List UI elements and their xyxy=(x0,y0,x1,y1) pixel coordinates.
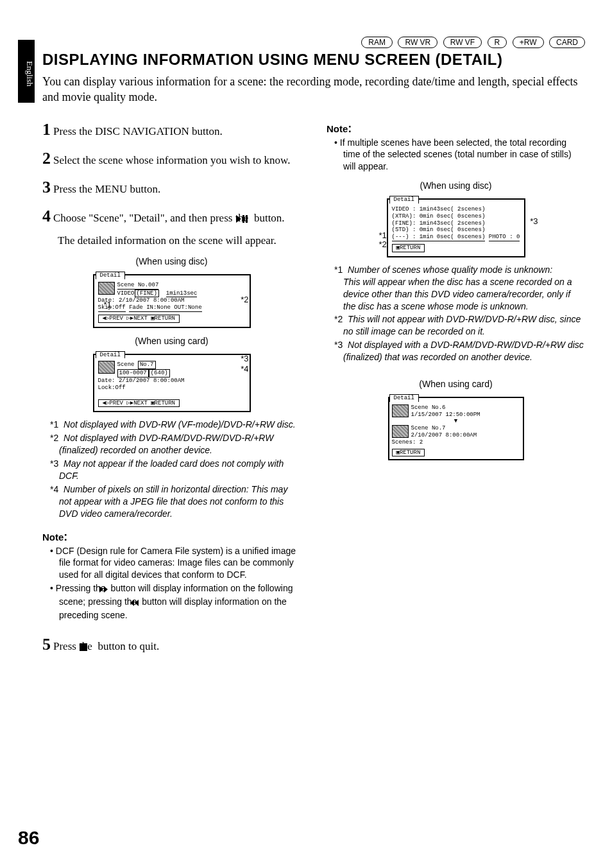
cm-r3: Scene No.7 xyxy=(411,425,446,431)
step-4-after: The detailed information on the scene wi… xyxy=(58,234,301,248)
step-5: 5Press the button to quit. xyxy=(42,633,301,655)
sd-l2a: VIDEO xyxy=(117,290,135,297)
badge-card: CARD xyxy=(549,37,585,48)
badge-rwvf: RW VF xyxy=(443,37,482,48)
intro-text: You can display various information for … xyxy=(42,74,585,105)
screen-card-detail-wrap: *3 *4 Detail Scene No.7 100-0007(640) Da… xyxy=(76,349,268,413)
note-left-b2: Pressing the button will display informa… xyxy=(42,582,301,621)
media-badges: RAM RW VR RW VF R +RW CARD xyxy=(42,36,585,48)
step-4-text-a: Choose "Scene", "Detail", and then press… xyxy=(53,212,248,224)
sc-l2a: 100-0007 xyxy=(117,369,149,378)
badge-ram: RAM xyxy=(361,37,393,48)
right-foot-2: *2 This will not appear with DVD-RW/DVD-… xyxy=(327,313,585,338)
thumb-icon xyxy=(98,282,115,295)
callout-star2-r: *2 xyxy=(379,239,387,249)
cm-footer: ▣RETURN xyxy=(392,449,425,457)
screen-card-multi-wrap: Detail Scene No.6 1/15/2007 12:50:00PM ▼… xyxy=(360,392,552,460)
caption-card-2: (When using card) xyxy=(327,379,585,389)
svg-marker-0 xyxy=(236,215,241,223)
sc-footer: ◀▷PREV ▷▶NEXT ▣RETURN xyxy=(98,399,180,408)
dm-r6: PHOTO : 0 xyxy=(489,234,520,241)
screen-disc-multi: Detail VIDEO : 1min43sec( 2scenes) (XTRA… xyxy=(387,198,525,257)
left-foot-2: *2 Not displayed with DVD-RAM/DVD-RW/DVD… xyxy=(42,432,301,456)
sd-l2b: (FINE) xyxy=(135,290,159,298)
page-title: DISPLAYING INFORMATION USING MENU SCREEN… xyxy=(42,51,585,69)
right-foot-3: *3 Not displayed with a DVD-RAM/DVD-RW/D… xyxy=(327,339,585,363)
svg-rect-7 xyxy=(80,643,87,651)
left-foot-1: *1 Not displayed with DVD-RW (VF-mode)/D… xyxy=(42,419,301,431)
screen-tab-dm: Detail xyxy=(389,196,419,204)
language-tab: English xyxy=(18,40,35,103)
svg-rect-1 xyxy=(242,215,244,223)
cm-r2: 1/15/2007 12:50:00PM xyxy=(411,412,480,418)
screen-tab-cm: Detail xyxy=(389,394,419,402)
sd-line4: Skip:Off xyxy=(98,304,126,312)
badge-rwvr: RW VR xyxy=(398,37,438,48)
caption-disc-2: (When using disc) xyxy=(327,180,585,191)
note-left-b1: DCF (Design rule for Camera File system)… xyxy=(42,545,301,582)
sc-line4: Lock:Off xyxy=(98,385,246,392)
thumb-icon-2 xyxy=(98,361,115,374)
callout-star3-r: *3 xyxy=(530,216,538,226)
screen-tab-card: Detail xyxy=(96,351,125,359)
left-column: 1Press the DISC NAVIGATION button. 2Sele… xyxy=(42,112,301,662)
svg-rect-2 xyxy=(246,215,248,223)
svg-marker-6 xyxy=(135,600,139,606)
dm-footer: ▣RETURN xyxy=(392,244,425,252)
step-2: 2Select the scene whose information you … xyxy=(42,147,301,169)
sc-l1b: No.7 xyxy=(138,361,156,369)
cm-r4: 2/10/2007 8:00:00AM xyxy=(411,432,477,438)
page-number: 86 xyxy=(18,827,39,849)
cm-r1: Scene No.6 xyxy=(411,404,446,411)
thumb-icon-3 xyxy=(392,404,409,417)
right-foot-1-body: This will appear when the disc has a sce… xyxy=(343,276,585,313)
dm-r4: (STD) : 0min 0sec( 0scenes) xyxy=(392,227,520,234)
step-3-text: Press the MENU button. xyxy=(53,183,160,195)
badge-prw: +RW xyxy=(513,37,544,48)
screen-tab: Detail xyxy=(96,272,125,279)
sd-line1: Scene No.007 xyxy=(117,282,159,290)
note-right-b1: If multiple scenes have been selected, t… xyxy=(327,137,585,173)
sd-line3: Date: 2/10/2007 8:00:00AM xyxy=(98,297,246,304)
screen-disc-detail: Detail Scene No.007 VIDEO(FINE) 1min13se… xyxy=(93,274,251,328)
note-head-right: Note: xyxy=(327,122,585,135)
svg-marker-4 xyxy=(104,586,108,593)
left-foot-4: *4 Number of pixels on still in horizont… xyxy=(42,483,301,520)
badge-r: R xyxy=(488,37,507,48)
step-4: 4Choose "Scene", "Detail", and then pres… xyxy=(42,205,301,227)
caption-card-1: (When using card) xyxy=(42,336,301,346)
step-4-text-b: button. xyxy=(254,212,285,224)
screen-card-detail: Detail Scene No.7 100-0007(640) Date: 2/… xyxy=(93,354,251,413)
step-1-text: Press the DISC NAVIGATION button. xyxy=(53,125,223,137)
sd-l2c: 1min13sec xyxy=(166,290,198,298)
dm-r1: VIDEO : 1min43sec( 2scenes) xyxy=(392,206,520,213)
left-foot-3: *3 May not appear if the loaded card doe… xyxy=(42,458,301,482)
thumb-icon-4 xyxy=(392,425,409,438)
svg-marker-5 xyxy=(130,600,134,606)
callout-star1-r: *1 xyxy=(379,230,387,240)
right-foot-1: *1 Number of scenes whose quality mode i… xyxy=(327,264,585,313)
dm-r3: (FINE): 1min43sec( 2scenes) xyxy=(392,220,520,227)
cm-r5: Scenes: 2 xyxy=(392,439,520,446)
right-column: Note: If multiple scenes have been selec… xyxy=(327,112,585,662)
note-head-left: Note: xyxy=(42,530,301,544)
step-2-text: Select the scene whose information you w… xyxy=(53,154,291,166)
step-1: 1Press the DISC NAVIGATION button. xyxy=(42,118,301,141)
sd-footer: ◀▷PREV ▷▶NEXT ▣RETURN xyxy=(98,315,180,323)
dm-r5: (---) : 1min 0sec( 0scenes) xyxy=(392,234,486,241)
sc-l2b: (640) xyxy=(149,369,170,378)
page-content: RAM RW VR RW VF R +RW CARD DISPLAYING IN… xyxy=(42,36,585,662)
step-5-text-b: button to quit. xyxy=(98,640,159,652)
sc-l1a: Scene xyxy=(117,361,135,368)
screen-card-multi: Detail Scene No.6 1/15/2007 12:50:00PM ▼… xyxy=(388,397,524,460)
screen-disc-detail-wrap: *1 *2 Detail Scene No.007 VIDEO(FINE) 1m… xyxy=(76,269,268,328)
svg-marker-3 xyxy=(99,586,103,593)
sc-line3: Date: 2/10/2007 8:00:00AM xyxy=(98,378,246,385)
sd-line5: Fade IN:None OUT:None xyxy=(129,304,201,312)
dm-r2: (XTRA): 0min 0sec( 0scenes) xyxy=(392,213,520,220)
screen-disc-multi-wrap: *1 *2 *3 Detail VIDEO : 1min43sec( 2scen… xyxy=(360,193,552,257)
step-3: 3Press the MENU button. xyxy=(42,176,301,198)
caption-disc-1: (When using disc) xyxy=(42,256,301,266)
